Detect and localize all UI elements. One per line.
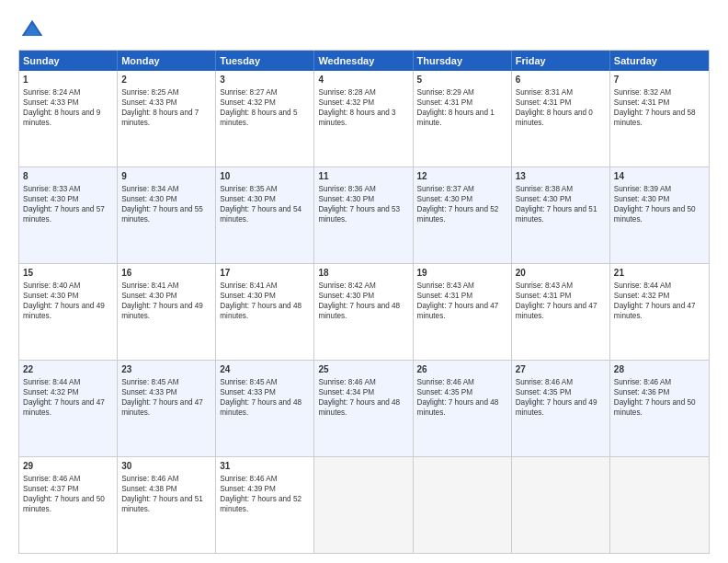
day-number: 2 (121, 74, 211, 86)
calendar-cell: 8Sunrise: 8:33 AMSunset: 4:30 PMDaylight… (19, 167, 118, 263)
sunrise: Sunrise: 8:34 AM (121, 185, 178, 193)
sunset: Sunset: 4:30 PM (23, 292, 79, 300)
sunset: Sunset: 4:36 PM (614, 388, 670, 396)
calendar-cell: 26Sunrise: 8:46 AMSunset: 4:35 PMDayligh… (414, 361, 512, 456)
calendar-row: 22Sunrise: 8:44 AMSunset: 4:32 PMDayligh… (19, 360, 709, 456)
daylight: Daylight: 7 hours and 52 minutes. (417, 205, 499, 224)
day-number: 19 (417, 267, 507, 280)
daylight: Daylight: 7 hours and 50 minutes. (614, 398, 696, 417)
sunset: Sunset: 4:32 PM (23, 388, 79, 396)
sunrise: Sunrise: 8:43 AM (417, 282, 474, 290)
day-number: 8 (23, 170, 113, 183)
sunrise: Sunrise: 8:28 AM (318, 88, 375, 97)
weekday-header: Sunday (19, 51, 118, 71)
sunset: Sunset: 4:30 PM (614, 195, 670, 203)
day-number: 17 (220, 267, 310, 280)
sunrise: Sunrise: 8:44 AM (23, 378, 80, 386)
calendar-cell: 25Sunrise: 8:46 AMSunset: 4:34 PMDayligh… (314, 361, 413, 456)
daylight: Daylight: 7 hours and 47 minutes. (121, 398, 203, 417)
sunrise: Sunrise: 8:45 AM (220, 378, 277, 386)
sunset: Sunset: 4:30 PM (516, 195, 572, 203)
daylight: Daylight: 7 hours and 52 minutes. (220, 495, 301, 513)
sunset: Sunset: 4:30 PM (318, 292, 374, 300)
day-number: 13 (516, 170, 606, 183)
sunrise: Sunrise: 8:46 AM (614, 378, 671, 386)
calendar-cell: 22Sunrise: 8:44 AMSunset: 4:32 PMDayligh… (19, 361, 118, 456)
daylight: Daylight: 8 hours and 1 minute. (417, 109, 495, 127)
sunset: Sunset: 4:30 PM (121, 195, 177, 203)
daylight: Daylight: 7 hours and 53 minutes. (318, 205, 400, 224)
daylight: Daylight: 7 hours and 48 minutes. (318, 398, 400, 417)
sunrise: Sunrise: 8:25 AM (121, 88, 178, 97)
sunrise: Sunrise: 8:44 AM (614, 282, 671, 290)
day-number: 24 (220, 363, 310, 376)
daylight: Daylight: 7 hours and 55 minutes. (121, 205, 203, 224)
calendar-cell: 10Sunrise: 8:35 AMSunset: 4:30 PMDayligh… (216, 167, 314, 263)
day-number: 29 (23, 460, 113, 473)
day-number: 22 (23, 363, 113, 376)
sunrise: Sunrise: 8:46 AM (220, 475, 277, 483)
calendar-cell: 20Sunrise: 8:43 AMSunset: 4:31 PMDayligh… (512, 264, 610, 360)
day-number: 9 (121, 170, 211, 183)
sunset: Sunset: 4:35 PM (417, 388, 473, 396)
calendar-cell: 3Sunrise: 8:27 AMSunset: 4:32 PMDaylight… (216, 71, 314, 167)
calendar-cell (512, 457, 610, 553)
sunrise: Sunrise: 8:35 AM (220, 185, 277, 193)
daylight: Daylight: 7 hours and 48 minutes. (417, 398, 499, 417)
sunset: Sunset: 4:34 PM (318, 388, 374, 396)
calendar: SundayMondayTuesdayWednesdayThursdayFrid… (18, 50, 710, 554)
calendar-cell: 9Sunrise: 8:34 AMSunset: 4:30 PMDaylight… (118, 167, 216, 263)
daylight: Daylight: 7 hours and 48 minutes. (318, 302, 400, 320)
sunrise: Sunrise: 8:39 AM (614, 185, 671, 193)
calendar-cell: 12Sunrise: 8:37 AMSunset: 4:30 PMDayligh… (414, 167, 512, 263)
calendar-cell: 7Sunrise: 8:32 AMSunset: 4:31 PMDaylight… (610, 71, 709, 167)
calendar-cell (414, 457, 512, 553)
sunrise: Sunrise: 8:46 AM (23, 475, 80, 483)
daylight: Daylight: 7 hours and 47 minutes. (614, 302, 696, 320)
day-number: 1 (23, 74, 113, 86)
daylight: Daylight: 7 hours and 58 minutes. (614, 109, 696, 127)
calendar-cell: 27Sunrise: 8:46 AMSunset: 4:35 PMDayligh… (512, 361, 610, 456)
day-number: 6 (516, 74, 606, 86)
sunset: Sunset: 4:30 PM (23, 195, 79, 203)
weekday-header: Thursday (414, 51, 512, 71)
daylight: Daylight: 7 hours and 49 minutes. (23, 302, 105, 320)
sunrise: Sunrise: 8:27 AM (220, 88, 277, 97)
day-number: 15 (23, 267, 113, 280)
sunrise: Sunrise: 8:31 AM (516, 88, 573, 97)
sunrise: Sunrise: 8:37 AM (417, 185, 474, 193)
calendar-row: 29Sunrise: 8:46 AMSunset: 4:37 PMDayligh… (19, 456, 709, 553)
weekday-header: Monday (118, 51, 216, 71)
calendar-cell: 1Sunrise: 8:24 AMSunset: 4:33 PMDaylight… (19, 71, 118, 167)
day-number: 30 (121, 460, 211, 473)
calendar-cell: 23Sunrise: 8:45 AMSunset: 4:33 PMDayligh… (118, 361, 216, 456)
sunset: Sunset: 4:33 PM (121, 98, 177, 107)
calendar-row: 15Sunrise: 8:40 AMSunset: 4:30 PMDayligh… (19, 263, 709, 360)
day-number: 26 (417, 363, 507, 376)
sunset: Sunset: 4:30 PM (121, 292, 177, 300)
daylight: Daylight: 7 hours and 51 minutes. (516, 205, 597, 224)
sunset: Sunset: 4:32 PM (220, 98, 276, 107)
sunrise: Sunrise: 8:24 AM (23, 88, 80, 97)
calendar-cell: 31Sunrise: 8:46 AMSunset: 4:39 PMDayligh… (216, 457, 314, 553)
sunset: Sunset: 4:33 PM (220, 388, 276, 396)
day-number: 3 (220, 74, 310, 86)
calendar-cell: 13Sunrise: 8:38 AMSunset: 4:30 PMDayligh… (512, 167, 610, 263)
day-number: 28 (614, 363, 705, 376)
daylight: Daylight: 7 hours and 50 minutes. (23, 495, 105, 513)
sunset: Sunset: 4:31 PM (614, 98, 670, 107)
daylight: Daylight: 8 hours and 5 minutes. (220, 109, 297, 127)
logo (18, 17, 50, 44)
day-number: 14 (614, 170, 705, 183)
sunrise: Sunrise: 8:41 AM (220, 282, 277, 290)
daylight: Daylight: 7 hours and 54 minutes. (220, 205, 301, 224)
calendar-cell: 24Sunrise: 8:45 AMSunset: 4:33 PMDayligh… (216, 361, 314, 456)
day-number: 18 (318, 267, 408, 280)
day-number: 4 (318, 74, 408, 86)
sunrise: Sunrise: 8:36 AM (318, 185, 375, 193)
sunrise: Sunrise: 8:41 AM (121, 282, 178, 290)
calendar-cell: 30Sunrise: 8:46 AMSunset: 4:38 PMDayligh… (118, 457, 216, 553)
sunset: Sunset: 4:37 PM (23, 485, 79, 493)
daylight: Daylight: 8 hours and 3 minutes. (318, 109, 395, 127)
sunrise: Sunrise: 8:32 AM (614, 88, 671, 97)
